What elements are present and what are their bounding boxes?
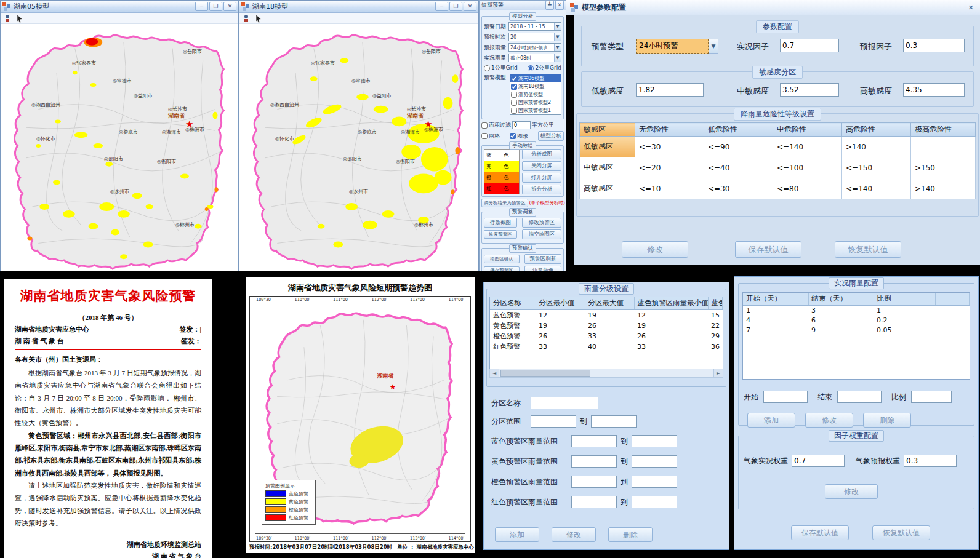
table-row[interactable]: 黄色预警19261922 [490,321,723,331]
table-row[interactable]: 790.05 [743,325,970,335]
panel-titlebar[interactable]: 短期预警 ┻ ✕ [480,1,566,10]
column-header[interactable]: 分区名称 [490,297,536,309]
color-row[interactable]: 红色 [484,183,520,194]
model-item[interactable]: 国家预警模型2 [510,98,561,106]
column-header[interactable] [935,293,970,305]
close-icon[interactable]: ✕ [555,1,564,10]
refresh-warning-area-button[interactable]: 预警区刷新 [524,254,561,264]
window-titlebar[interactable]: 湖南05模型 ─ ❐ ✕ [1,1,238,13]
close-icon[interactable]: ✕ [965,4,976,12]
table-row[interactable]: 红色预警33403336 [490,341,723,352]
column-header[interactable]: 分区最大值 [585,297,634,309]
zone-range-from-input[interactable] [531,415,576,428]
open-split-button[interactable]: 打开分屏 [522,173,561,183]
save-defaults-button[interactable]: 保存默认值 [735,241,801,258]
area-filter-input[interactable] [512,121,531,129]
result-to-warning-button[interactable]: 调分析结果为预警区 [481,199,528,207]
modify-warning-area-button[interactable]: 修改预警区 [522,218,561,228]
map-canvas[interactable]: ◎张家界市◎岳阳市◎常德市◎益阳市◎湘西自治州◎长沙市◎湘潭市◎株洲市◎娄底市◎… [1,24,238,271]
table-row[interactable]: 蓝色预警12191215 [490,309,723,321]
modify-button[interactable]: 修改 [825,484,878,499]
minimize-button[interactable]: ─ [195,2,208,11]
window-titlebar[interactable]: 湖南18模型 ─ ❐ ✕ [239,1,478,13]
column-header[interactable]: 敏感区 [580,123,635,137]
blue-range-to-input[interactable] [632,435,677,447]
row-header-cell[interactable]: 中敏感区 [580,157,635,178]
orange-range-to-input[interactable] [632,476,677,488]
blue-range-from-input[interactable] [571,435,617,447]
column-header[interactable]: 中危险性 [773,123,842,137]
model-item[interactable]: 国家预警模型1 [510,106,561,114]
maximize-button[interactable]: ❐ [209,2,222,11]
forecast-rain-select[interactable]: 24小时预报-领班▼ [508,43,561,52]
forecast-factor-input[interactable] [903,39,965,52]
delete-button[interactable]: 删除 [863,413,911,428]
analyze-to-image-button[interactable]: 分析成图 [522,149,561,159]
ratio-input[interactable] [911,391,952,403]
actual-factor-input[interactable] [780,39,839,52]
column-header[interactable]: 无危险性 [635,123,704,137]
save-defaults-button[interactable]: 保存默认值 [791,525,849,540]
scroll-right-icon[interactable]: ► [713,369,723,377]
table-row[interactable]: 橙色预警26332629 [490,331,723,341]
draw-area-confirm-button[interactable]: 绘图区确认 [484,255,520,263]
select-tool-icon[interactable] [254,14,263,23]
column-header[interactable]: 蓝色预警区雨量最小值 [634,297,708,309]
orange-range-from-input[interactable] [571,476,617,488]
yellow-range-to-input[interactable] [632,455,677,468]
maximize-button[interactable]: ❐ [449,2,462,11]
grid-2km-radio[interactable]: 2公里Grid [528,64,561,72]
pin-icon[interactable]: ┻ [545,1,554,10]
scrollbar-thumb[interactable] [500,370,590,377]
modify-button[interactable]: 修改 [552,527,596,542]
forecast-weight-input[interactable] [904,455,957,467]
add-button[interactable]: 添加 [495,527,539,542]
model-analyze-button[interactable]: 模型分析 [538,131,564,141]
close-button[interactable]: ✕ [223,2,236,11]
chevron-down-icon[interactable]: ▼ [554,33,561,41]
map-canvas[interactable]: ◎张家界市◎岳阳市◎常德市◎益阳市◎湘西自治州◎长沙市◎湘潭市◎株洲市◎娄底市◎… [239,24,478,271]
column-header[interactable]: 比例 [874,293,935,305]
table-row[interactable]: 中敏感区 <=20 <=40 <=100 <=150 >150 [580,157,976,178]
mid-sensitivity-input[interactable] [780,83,839,97]
actual-weight-input[interactable] [792,455,845,467]
column-header[interactable]: 蓝色预 [708,297,723,309]
column-header[interactable]: 低危险性 [704,123,773,137]
low-sensitivity-input[interactable] [636,83,704,97]
chevron-down-icon[interactable]: ▼ [709,39,718,54]
model-item[interactable]: 潜势值模型 [510,90,561,98]
column-header[interactable]: 高危险性 [842,123,911,137]
table-row[interactable]: 131 [743,305,970,315]
row-header-cell[interactable]: 低敏感区 [580,137,635,157]
chevron-down-icon[interactable]: ▼ [554,23,561,30]
end-input[interactable] [837,391,882,403]
model-item[interactable]: 湖南18模型 [510,82,561,90]
row-header-cell[interactable]: 高敏感区 [580,178,635,199]
select-tool-icon[interactable] [15,14,24,23]
high-sensitivity-input[interactable] [903,83,965,97]
close-split-button[interactable]: 关闭分屏 [522,161,561,171]
zone-name-input[interactable] [531,397,598,409]
map-tool-icon[interactable] [3,14,12,23]
restore-defaults-button[interactable]: 恢复默认值 [835,241,901,258]
restore-warning-area-button[interactable]: 恢复预警区 [484,230,517,239]
start-input[interactable] [763,391,808,403]
zone-range-to-input[interactable] [591,415,637,428]
color-row[interactable]: 蓝色 [484,150,520,161]
red-range-to-input[interactable] [632,496,677,508]
actual-rain-select[interactable]: 截止08时▼ [508,54,561,62]
warning-date-select[interactable]: 2018 - 11 - 15▼ [508,22,561,31]
add-button[interactable]: 添加 [747,413,795,428]
map-tool-icon[interactable] [242,14,251,23]
column-header[interactable]: 开始（天） [743,293,808,305]
scrollbar-track[interactable] [499,369,713,377]
model-item[interactable]: 湖南06模型 [510,74,561,82]
column-header[interactable]: 分区最小值 [536,297,585,309]
graph-checkbox[interactable]: 图形 [510,132,528,140]
close-button[interactable]: ✕ [464,2,476,11]
yellow-range-from-input[interactable] [571,455,617,468]
delete-button[interactable]: 删除 [608,527,653,542]
minimize-button[interactable]: ─ [435,2,448,11]
color-row[interactable]: 黄色 [484,161,520,172]
modify-button[interactable]: 修改 [805,413,853,428]
